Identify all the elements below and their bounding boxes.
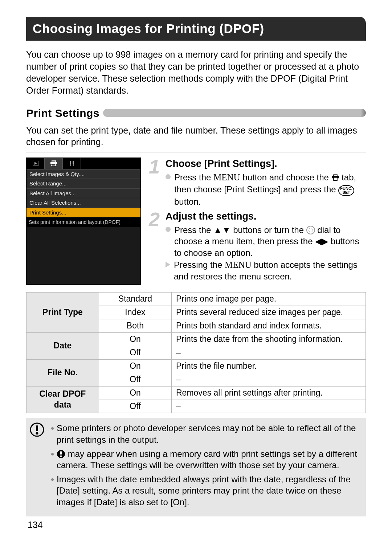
info-icon	[57, 449, 65, 459]
desc: Prints several reduced size images per p…	[172, 306, 366, 319]
menu-footer: Sets print information and layout (DPOF)	[26, 217, 140, 227]
row-head: Date	[26, 333, 99, 360]
caution-box: Some printers or photo developer service…	[26, 418, 366, 516]
svg-rect-7	[334, 177, 337, 180]
control-dial-icon	[306, 226, 315, 234]
caution-note: may appear when using a memory card with…	[51, 448, 359, 471]
t: Pressing the	[174, 260, 225, 270]
row-head: File No.	[26, 359, 99, 386]
row-head: Print Type	[26, 293, 99, 333]
desc: Prints one image per page.	[172, 293, 366, 306]
section-intro: You can set the print type, date and fil…	[26, 124, 366, 148]
opt: Index	[99, 306, 172, 319]
left-right-icon: ◀▶	[315, 236, 328, 246]
t: Press the	[174, 225, 213, 235]
desc: –	[172, 400, 366, 413]
page-number: 134	[28, 519, 43, 531]
menu-item: Select Images & Qty....	[26, 169, 140, 179]
opt: Off	[99, 373, 172, 386]
step-1: 1 Choose [Print Settings]. Press the MEN…	[152, 158, 366, 208]
t: buttons or turn the	[231, 225, 306, 235]
tab-tools-icon	[63, 158, 81, 169]
step-bullet: Press the ▲▼ buttons or turn the dial to…	[166, 224, 366, 258]
menu-item: Clear All Selections...	[26, 198, 140, 208]
print-tab-icon	[331, 172, 339, 184]
step-title: Choose [Print Settings].	[152, 158, 366, 170]
svg-rect-2	[52, 160, 56, 162]
opt: Both	[99, 319, 172, 333]
svg-rect-3	[50, 162, 57, 164]
desc: –	[172, 373, 366, 386]
camera-tabs	[26, 158, 140, 169]
menu-button-label: MENU	[213, 172, 240, 182]
settings-table: Print Type Standard Prints one image per…	[26, 292, 366, 413]
section-heading: Print Settings	[26, 106, 99, 120]
opt: On	[99, 359, 172, 373]
caution-icon	[30, 422, 46, 510]
svg-marker-1	[34, 162, 37, 165]
opt: Off	[99, 346, 172, 359]
desc: Removes all print settings after printin…	[172, 386, 366, 400]
intro-text: You can choose up to 998 images on a mem…	[26, 49, 366, 97]
heading-bar	[103, 109, 366, 117]
menu-item: Select All Images...	[26, 189, 140, 199]
opt: Standard	[99, 293, 172, 306]
caution-note: Images with the date embedded always pri…	[51, 474, 359, 508]
camera-menu-screenshot: Select Images & Qty.... Select Range... …	[26, 158, 141, 285]
t: may appear when using a memory card with…	[57, 449, 357, 470]
svg-rect-9	[36, 425, 38, 431]
row-head: Clear DPOF data	[26, 386, 99, 413]
svg-point-10	[36, 432, 38, 435]
step-2: 2 Adjust the settings. Press the ▲▼ butt…	[152, 210, 366, 282]
t: Press the	[174, 172, 213, 182]
desc: Prints both standard and index formats.	[172, 319, 366, 333]
bullet-icon	[166, 227, 171, 232]
svg-rect-12	[60, 451, 62, 455]
step-bullet: Press the MENU button and choose the tab…	[166, 172, 366, 207]
up-down-icon: ▲▼	[213, 225, 231, 235]
menu-item-selected: Print Settings...	[26, 208, 140, 218]
opt: On	[99, 386, 172, 400]
step-title: Adjust the settings.	[152, 210, 366, 223]
t: button.	[174, 197, 201, 207]
step-bullet: Pressing the MENU button accepts the set…	[166, 259, 366, 282]
menu-item: Select Range...	[26, 179, 140, 189]
caution-note: Some printers or photo developer service…	[51, 422, 359, 445]
tab-play-icon	[26, 158, 45, 169]
divider	[26, 152, 366, 152]
svg-rect-5	[334, 175, 337, 176]
opt: On	[99, 333, 172, 346]
steps: 1 Choose [Print Settings]. Press the MEN…	[152, 158, 366, 285]
t: button and choose the	[240, 172, 331, 182]
page-title: Choosing Images for Printing (DPOF)	[26, 17, 366, 41]
arrow-icon	[166, 262, 170, 267]
opt: Off	[99, 400, 172, 413]
desc: Prints the file number.	[172, 359, 366, 373]
menu-button-label: MENU	[225, 260, 252, 270]
desc: –	[172, 346, 366, 359]
svg-point-13	[60, 455, 62, 457]
bullet-icon	[166, 174, 171, 179]
tab-print-icon	[45, 158, 63, 169]
func-set-button-icon: FUNC.SET	[338, 185, 354, 196]
desc: Prints the date from the shooting inform…	[172, 333, 366, 346]
section-heading-row: Print Settings	[26, 106, 366, 120]
